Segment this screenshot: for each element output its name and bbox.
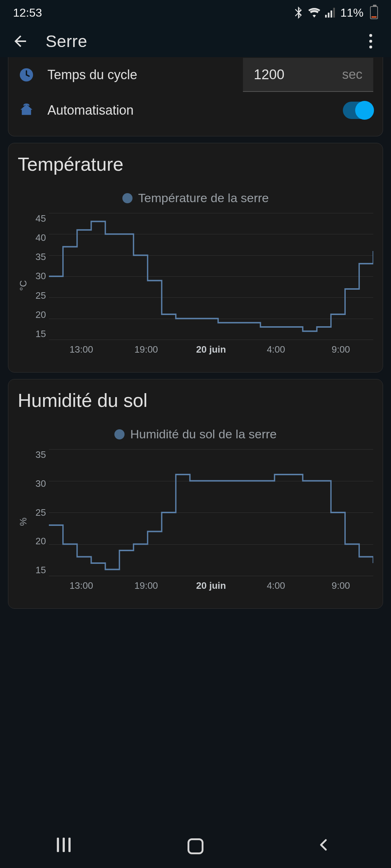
humidity-yticks: 3530252015: [29, 449, 49, 576]
status-time: 12:53: [13, 6, 42, 20]
humidity-chart[interactable]: % 3530252015 13:0019:0020 juin4:009:00: [18, 449, 373, 594]
status-bar: 12:53 11%: [0, 0, 391, 25]
overflow-menu-button[interactable]: [362, 31, 379, 51]
cycle-time-unit: sec: [342, 67, 362, 82]
automation-label: Automatisation: [47, 103, 134, 118]
humidity-card: Humidité du sol Humidité du sol de la se…: [8, 379, 383, 609]
battery-icon: [370, 6, 378, 19]
humidity-legend-label: Humidité du sol de la serre: [130, 427, 277, 441]
legend-dot-icon: [114, 429, 125, 439]
temperature-legend-label: Température de la serre: [138, 191, 269, 205]
svg-rect-2: [331, 10, 332, 18]
bluetooth-icon: [294, 7, 303, 19]
wifi-icon: [308, 8, 321, 18]
android-nav-bar: [0, 825, 391, 868]
back-button[interactable]: [12, 33, 29, 50]
app-bar: Serre: [0, 25, 391, 57]
cycle-time-row: Temps du cycle 1200 sec: [18, 57, 373, 93]
battery-percent: 11%: [340, 6, 363, 20]
page-title: Serre: [46, 31, 87, 51]
temperature-xticks: 13:0019:0020 juin4:009:00: [49, 340, 373, 358]
automation-row: Automatisation: [18, 93, 373, 128]
humidity-ylabel: %: [18, 449, 29, 594]
home-automation-icon: [18, 102, 35, 119]
cycle-time-input[interactable]: 1200 sec: [243, 58, 373, 92]
automation-toggle[interactable]: [343, 102, 373, 119]
legend-dot-icon: [122, 193, 133, 203]
cycle-time-value: 1200: [254, 67, 328, 82]
nav-back-button[interactable]: [317, 838, 334, 855]
svg-rect-0: [325, 15, 327, 18]
temperature-title: Température: [18, 143, 373, 191]
humidity-title: Humidité du sol: [18, 379, 373, 427]
status-icons: 11%: [294, 6, 378, 20]
nav-home-button[interactable]: [188, 838, 203, 854]
svg-rect-1: [328, 13, 329, 18]
temperature-chart[interactable]: °C 45403530252015 13:0019:0020 juin4:009…: [18, 213, 373, 358]
temperature-ylabel: °C: [18, 213, 29, 358]
clock-icon: [18, 66, 35, 84]
temperature-yticks: 45403530252015: [29, 213, 49, 340]
settings-card: Temps du cycle 1200 sec Automatisation: [8, 57, 383, 136]
humidity-xticks: 13:0019:0020 juin4:009:00: [49, 576, 373, 594]
humidity-legend[interactable]: Humidité du sol de la serre: [18, 427, 373, 441]
cycle-time-label: Temps du cycle: [47, 67, 137, 82]
temperature-legend[interactable]: Température de la serre: [18, 191, 373, 205]
signal-icon: [325, 8, 336, 18]
temperature-card: Température Température de la serre °C 4…: [8, 143, 383, 373]
nav-recent-button[interactable]: [57, 838, 74, 855]
svg-rect-3: [333, 8, 335, 18]
